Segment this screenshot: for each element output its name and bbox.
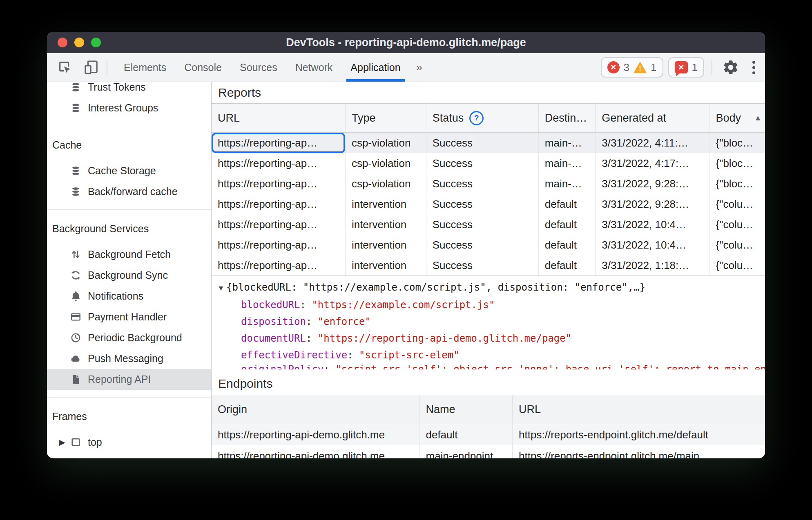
report-cell-body[interactable]: {"colu…: [709, 235, 765, 255]
sidebar-item-back-forward-cache[interactable]: Back/forward cache: [47, 181, 211, 202]
report-body-entry-documentURL: documentURL: "https://reporting-api-demo…: [212, 330, 765, 347]
sidebar-item-interest-groups[interactable]: Interest Groups: [47, 98, 211, 118]
report-cell-generated_at[interactable]: 3/31/2022, 4:11:…: [596, 133, 709, 153]
reports-column-header-generated_at[interactable]: Generated at: [596, 104, 709, 132]
settings-gear-icon[interactable]: [722, 59, 739, 76]
report-cell-type[interactable]: csp-violation: [346, 173, 426, 194]
report-cell-status[interactable]: Success: [426, 173, 539, 194]
report-cell-type[interactable]: intervention: [346, 255, 426, 276]
report-cell-generated_at[interactable]: 3/31/2022, 1:18:…: [596, 255, 709, 276]
report-cell-url[interactable]: https://reporting-ap…: [212, 153, 346, 173]
disclosure-triangle-icon[interactable]: ▶: [59, 438, 70, 447]
report-cell-url[interactable]: https://reporting-ap…: [212, 173, 346, 194]
report-cell-generated_at[interactable]: 3/31/2022, 9:28:…: [596, 173, 709, 194]
more-options-kebab-icon[interactable]: [751, 59, 757, 76]
sidebar-item-periodic-background[interactable]: Periodic Background: [47, 327, 211, 348]
reports-column-header-type[interactable]: Type: [346, 104, 426, 132]
sidebar-item-trust-tokens[interactable]: Trust Tokens: [47, 82, 211, 98]
report-cell-status[interactable]: Success: [426, 255, 539, 276]
report-cell-type[interactable]: intervention: [346, 214, 426, 235]
reports-column-header-body[interactable]: Body▲: [709, 104, 765, 132]
report-cell-body[interactable]: {"bloc…: [709, 173, 765, 194]
minimize-window-button[interactable]: [74, 38, 84, 47]
tab-sources[interactable]: Sources: [231, 53, 286, 82]
report-body-preview[interactable]: ▼ {blockedURL: "https://example.com/scri…: [212, 279, 765, 297]
sidebar-item-background-fetch[interactable]: Background Fetch: [47, 244, 211, 265]
report-row[interactable]: https://reporting-ap…interventionSuccess…: [212, 214, 765, 235]
sidebar-item-reporting-api[interactable]: Reporting API: [47, 369, 211, 390]
report-cell-url[interactable]: https://reporting-ap…: [212, 235, 346, 255]
report-cell-body[interactable]: {"colu…: [709, 194, 765, 214]
report-cell-destination[interactable]: default: [539, 235, 596, 255]
report-row[interactable]: https://reporting-ap…csp-violationSucces…: [212, 173, 765, 194]
traffic-lights: [58, 32, 101, 53]
report-cell-generated_at[interactable]: 3/31/2022, 4:17:…: [596, 153, 709, 173]
report-row[interactable]: https://reporting-ap…interventionSuccess…: [212, 235, 765, 255]
report-row[interactable]: https://reporting-ap…csp-violationSucces…: [212, 133, 765, 153]
sidebar-item-payment-handler[interactable]: Payment Handler: [47, 307, 211, 327]
sidebar-item-label: top: [88, 436, 102, 448]
close-window-button[interactable]: [58, 38, 67, 47]
help-icon[interactable]: ?: [469, 111, 484, 125]
report-cell-destination[interactable]: default: [539, 214, 596, 235]
report-cell-status[interactable]: Success: [426, 214, 539, 235]
reports-column-header-url[interactable]: URL: [212, 104, 346, 132]
device-toolbar-icon[interactable]: [83, 59, 99, 76]
endpoints-column-header-origin[interactable]: Origin: [212, 395, 419, 424]
tab-elements[interactable]: Elements: [115, 53, 175, 82]
report-cell-body[interactable]: {"colu…: [709, 214, 765, 235]
database-icon: [70, 186, 81, 197]
inspect-element-icon[interactable]: [57, 59, 73, 76]
reports-column-header-status[interactable]: Status?: [426, 104, 539, 132]
console-errors-warnings-badge[interactable]: ✕ 3 ! 1: [601, 57, 663, 78]
report-cell-type[interactable]: csp-violation: [346, 133, 426, 153]
endpoint-row[interactable]: https://reporting-api-demo.glitch.medefa…: [212, 424, 765, 445]
report-body-entries: blockedURL: "https://example.com/script.…: [212, 297, 765, 364]
tab-console[interactable]: Console: [175, 53, 231, 82]
tab-network[interactable]: Network: [286, 53, 342, 82]
report-cell-destination[interactable]: main-…: [539, 153, 596, 173]
endpoints-column-header-name[interactable]: Name: [419, 395, 513, 424]
sidebar-item-notifications[interactable]: Notifications: [47, 286, 211, 307]
sidebar-item-top[interactable]: ▶top: [47, 432, 211, 453]
report-cell-type[interactable]: intervention: [346, 194, 426, 214]
reports-column-header-destination[interactable]: Destin…: [539, 104, 596, 132]
report-cell-destination[interactable]: main-…: [539, 133, 596, 153]
report-row[interactable]: https://reporting-ap…csp-violationSucces…: [212, 153, 765, 173]
report-cell-url[interactable]: https://reporting-ap…: [212, 133, 346, 153]
report-cell-type[interactable]: intervention: [346, 235, 426, 255]
sidebar-item-cache-storage[interactable]: Cache Storage: [47, 160, 211, 181]
report-cell-generated_at[interactable]: 3/31/2022, 9:28:…: [596, 194, 709, 214]
more-tabs-button[interactable]: »: [410, 61, 429, 74]
report-cell-url[interactable]: https://reporting-ap…: [212, 255, 346, 276]
endpoint-cell-origin: https://reporting-api-demo.glitch.me: [212, 445, 419, 458]
column-label: URL: [218, 112, 240, 124]
report-cell-destination[interactable]: main-…: [539, 173, 596, 194]
titlebar: DevTools - reporting-api-demo.glitch.me/…: [47, 32, 765, 53]
tab-application[interactable]: Application: [341, 53, 409, 82]
report-cell-status[interactable]: Success: [426, 194, 539, 214]
report-row[interactable]: https://reporting-ap…interventionSuccess…: [212, 194, 765, 214]
zoom-window-button[interactable]: [91, 38, 101, 47]
report-cell-destination[interactable]: default: [539, 194, 596, 214]
report-cell-type[interactable]: csp-violation: [346, 153, 426, 173]
report-cell-generated_at[interactable]: 3/31/2022, 10:4…: [596, 214, 709, 235]
json-string-value: "enforce": [318, 316, 371, 327]
sidebar-item-push-messaging[interactable]: Push Messaging: [47, 348, 211, 369]
report-cell-destination[interactable]: default: [539, 255, 596, 276]
report-cell-body[interactable]: {"bloc…: [709, 153, 765, 173]
report-cell-status[interactable]: Success: [426, 153, 539, 173]
report-cell-url[interactable]: https://reporting-ap…: [212, 194, 346, 214]
report-cell-url[interactable]: https://reporting-ap…: [212, 214, 346, 235]
sidebar-item-background-sync[interactable]: Background Sync: [47, 265, 211, 286]
endpoint-row[interactable]: https://reporting-api-demo.glitch.memain…: [212, 445, 765, 458]
json-string-value: "https://reporting-api-demo.glitch.me/pa…: [318, 333, 571, 344]
issues-badge[interactable]: ✕ 1: [668, 57, 704, 78]
report-cell-generated_at[interactable]: 3/31/2022, 10:4…: [596, 235, 709, 255]
report-row[interactable]: https://reporting-ap…interventionSuccess…: [212, 255, 765, 276]
report-cell-status[interactable]: Success: [426, 235, 539, 255]
report-cell-status[interactable]: Success: [426, 133, 539, 153]
report-cell-body[interactable]: {"colu…: [709, 255, 765, 276]
report-cell-body[interactable]: {"bloc…: [709, 133, 765, 153]
endpoints-column-header-url[interactable]: URL: [513, 395, 765, 424]
